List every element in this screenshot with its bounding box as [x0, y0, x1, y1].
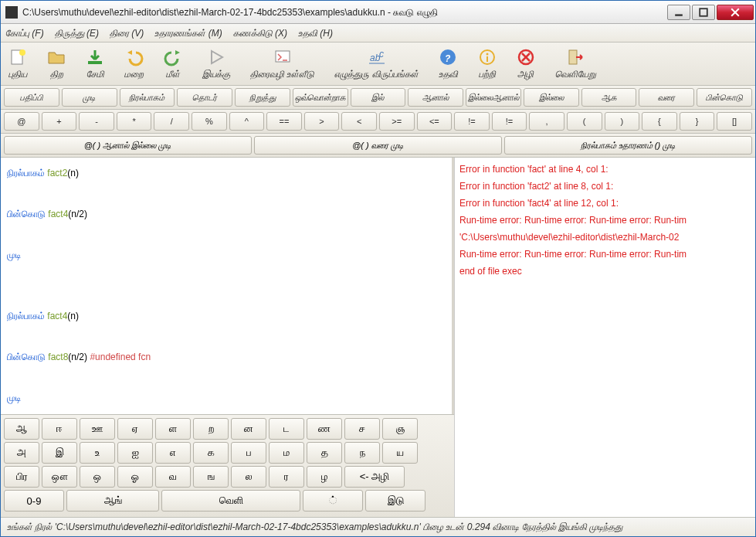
kb-key[interactable]: ர — [269, 466, 304, 488]
toolbar-about[interactable]: பற்றி — [478, 48, 497, 80]
keyword-btn-5[interactable]: ஒவ்வொன்றாக — [293, 88, 348, 107]
symbol-btn-2[interactable]: - — [79, 112, 114, 131]
symbol-btn-12[interactable]: != — [454, 112, 490, 131]
kb-key[interactable]: ச — [344, 418, 380, 440]
menu-item-1[interactable]: திருத்து (E) — [55, 28, 99, 39]
toolbar-exit[interactable]: வெளியேறு — [555, 48, 596, 80]
kb-key[interactable]: ஊ — [80, 418, 115, 440]
symbol-btn-4[interactable]: / — [154, 112, 189, 131]
symbol-btn-19[interactable]: [] — [717, 112, 752, 131]
symbol-btn-16[interactable]: ) — [605, 112, 640, 131]
kb-key[interactable]: ற — [193, 418, 229, 440]
toolbar-new[interactable]: புதிய — [8, 48, 27, 80]
symbol-btn-0[interactable]: @ — [4, 112, 39, 131]
kb-key[interactable]: ஆங் — [66, 490, 159, 512]
keyword-btn-4[interactable]: நிறுத்து — [235, 88, 290, 107]
toolbar-redo[interactable]: மீள் — [164, 48, 182, 80]
symbol-btn-10[interactable]: >= — [379, 112, 415, 131]
symbol-btn-11[interactable]: <= — [417, 112, 453, 131]
symbol-btn-5[interactable]: % — [192, 112, 227, 131]
kb-key[interactable]: ஈ — [42, 418, 77, 440]
toolbar-run[interactable]: இயக்கு — [202, 48, 230, 80]
menu-item-4[interactable]: கணக்கிடு (X) — [233, 28, 287, 39]
kb-key[interactable]: த — [307, 442, 342, 464]
keyword-row: பதிப்பிமுடிநிரல்பாகம்தொடர்நிறுத்துஒவ்வொன… — [1, 86, 755, 110]
kb-key[interactable]: எ — [155, 442, 191, 464]
kb-key[interactable]: ் — [303, 490, 363, 512]
keyword-btn-7[interactable]: ஆனால் — [408, 88, 463, 107]
symbol-btn-17[interactable]: { — [642, 112, 677, 131]
error-output[interactable]: Error in function 'fact' at line 4, col … — [454, 158, 755, 517]
maximize-button[interactable] — [692, 5, 715, 20]
keyword-btn-2[interactable]: நிரல்பாகம் — [120, 88, 175, 107]
symbol-btn-3[interactable]: * — [117, 112, 152, 131]
symbol-btn-18[interactable]: } — [680, 112, 715, 131]
svg-text:?: ? — [445, 53, 451, 64]
kb-key[interactable]: ள — [155, 418, 191, 440]
symbol-btn-13[interactable]: != — [492, 112, 527, 131]
symbol-btn-7[interactable]: == — [266, 112, 302, 131]
snippet-btn-1[interactable]: @( ) வரை முடி — [254, 136, 502, 155]
kb-key[interactable]: ஆ — [4, 418, 39, 440]
symbol-btn-15[interactable]: ( — [567, 112, 602, 131]
toolbar-save[interactable]: சேமி — [86, 48, 104, 80]
toolbar-undo[interactable]: மறை — [124, 48, 144, 80]
menu-item-2[interactable]: திரை (V) — [110, 28, 144, 39]
keyword-btn-8[interactable]: இல்லைஆனால் — [466, 88, 521, 107]
symbol-btn-6[interactable]: ^ — [229, 112, 265, 131]
titlebar[interactable]: C:\Users\muthu\devel\ezhil-editor\dist\e… — [1, 1, 755, 24]
toolbar-help[interactable]: ?உதவி — [439, 48, 458, 80]
kb-key[interactable]: பிர — [4, 466, 39, 488]
kb-key[interactable]: 0-9 — [4, 490, 64, 512]
kb-key[interactable]: ஒ — [80, 466, 115, 488]
kb-key[interactable]: ன — [231, 418, 266, 440]
symbol-btn-14[interactable]: , — [529, 112, 564, 131]
symbol-btn-9[interactable]: < — [341, 112, 377, 131]
kb-key[interactable]: ழ — [307, 466, 342, 488]
toolbar-screen[interactable]: திரைவழி உள்ளீடு — [250, 48, 314, 80]
kb-key[interactable]: ஏ — [117, 418, 153, 440]
kb-key[interactable]: ப — [231, 442, 266, 464]
menu-item-3[interactable]: உதாரணங்கள் (M) — [154, 28, 222, 39]
kb-key[interactable]: ல — [231, 466, 266, 488]
kb-key[interactable]: ஐ — [117, 442, 153, 464]
kb-key[interactable]: ஓ — [117, 466, 153, 488]
kb-key[interactable]: இடு — [365, 490, 425, 512]
keyword-btn-6[interactable]: இல் — [351, 88, 406, 107]
toolbar-clear[interactable]: அழி — [517, 48, 535, 80]
kb-key[interactable]: வெளி — [161, 490, 300, 512]
kb-key[interactable]: ந — [344, 442, 380, 464]
minimize-button[interactable] — [667, 5, 690, 20]
keyword-btn-9[interactable]: இல்லை — [524, 88, 579, 107]
window-title: C:\Users\muthu\devel\ezhil-editor\dist\e… — [22, 7, 666, 18]
toolbar-font[interactable]: abcஎழுத்துரு விருப்பங்கள் — [334, 48, 418, 80]
keyword-btn-11[interactable]: வரை — [639, 88, 694, 107]
kb-key[interactable]: ட — [269, 418, 304, 440]
kb-key[interactable]: இ — [42, 442, 77, 464]
toolbar-open[interactable]: திற — [47, 48, 66, 80]
close-button[interactable] — [717, 5, 754, 20]
keyword-btn-3[interactable]: தொடர் — [177, 88, 232, 107]
keyword-btn-1[interactable]: முடி — [62, 88, 117, 107]
keyword-btn-0[interactable]: பதிப்பி — [4, 88, 59, 107]
snippet-btn-2[interactable]: நிரல்பாகம் உதாரணம் () முடி — [504, 136, 752, 155]
kb-key[interactable]: ய — [382, 442, 418, 464]
kb-key[interactable]: அ — [4, 442, 39, 464]
keyword-btn-10[interactable]: ஆக — [581, 88, 637, 107]
menu-item-0[interactable]: கோப்பு (F) — [5, 28, 44, 39]
kb-key[interactable]: <- அழி — [344, 466, 405, 488]
symbol-btn-8[interactable]: > — [304, 112, 340, 131]
kb-key[interactable]: உ — [80, 442, 115, 464]
menu-item-5[interactable]: உதவி (H) — [298, 28, 333, 39]
keyword-btn-12[interactable]: பின்கொடு — [697, 88, 752, 107]
snippet-btn-0[interactable]: @( ) ஆனால் இல்லை முடி — [4, 136, 252, 155]
kb-key[interactable]: ண — [307, 418, 342, 440]
kb-key[interactable]: ஞ — [382, 418, 418, 440]
toolbar: புதியதிறசேமிமறைமீள்இயக்குதிரைவழி உள்ளீடு… — [1, 42, 755, 86]
kb-key[interactable]: ஔ — [42, 466, 77, 488]
kb-key[interactable]: வ — [155, 466, 191, 488]
kb-key[interactable]: ம — [269, 442, 304, 464]
symbol-btn-1[interactable]: + — [42, 112, 77, 131]
kb-key[interactable]: ங — [193, 466, 229, 488]
kb-key[interactable]: க — [193, 442, 229, 464]
